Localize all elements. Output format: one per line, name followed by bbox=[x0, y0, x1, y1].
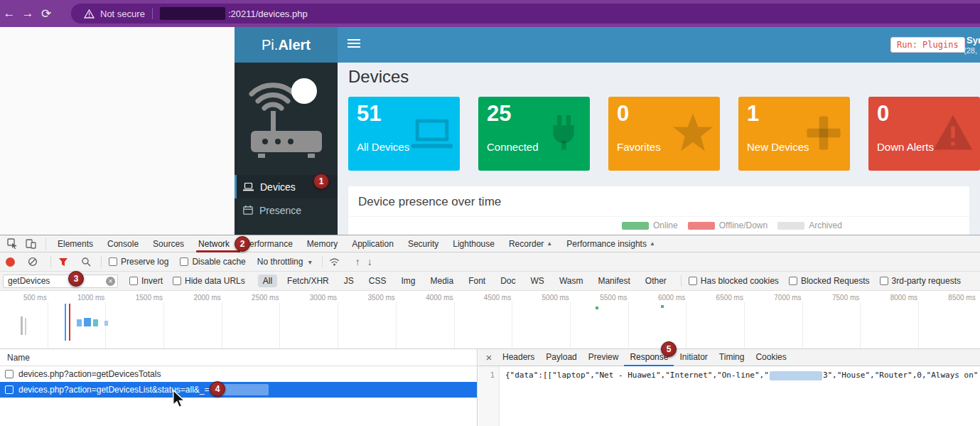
sidebar-item-label: Devices bbox=[260, 181, 296, 193]
annotation-step-5: 5 bbox=[661, 341, 677, 357]
network-overview-timeline[interactable]: 500 ms1000 ms1500 ms2000 ms2500 ms3000 m… bbox=[0, 291, 980, 349]
tab-lighthouse[interactable]: Lighthouse bbox=[446, 235, 502, 252]
filter-pill-doc[interactable]: Doc bbox=[495, 275, 520, 287]
tab-security[interactable]: Security bbox=[401, 235, 446, 252]
filter-pill-ws[interactable]: WS bbox=[526, 275, 549, 287]
divider bbox=[101, 256, 102, 267]
legend-swatch bbox=[622, 222, 649, 230]
sidebar-item-presence[interactable]: Presence bbox=[235, 198, 338, 222]
name-column-header[interactable]: Name bbox=[0, 349, 477, 366]
invert-checkbox[interactable]: Invert bbox=[129, 276, 163, 286]
network-filterbar: × Invert Hide data URLs All Fetch/XHR JS… bbox=[0, 272, 980, 291]
calendar-icon bbox=[243, 206, 253, 215]
legend-item-offline[interactable]: Offline/Down bbox=[688, 220, 768, 230]
card-favorites[interactable]: 0 Favorites bbox=[608, 97, 720, 171]
sidebar-toggle-icon[interactable] bbox=[348, 39, 360, 50]
clear-icon[interactable] bbox=[25, 255, 41, 268]
network-request-grid: Name devices.php?action=getDevicesTotals… bbox=[0, 349, 980, 426]
import-har-icon[interactable]: ↑ bbox=[355, 256, 360, 267]
sidebar: Pi.Alert Devices bbox=[235, 27, 338, 235]
detail-tab-timing[interactable]: Timing bbox=[714, 349, 750, 366]
tab-recorder[interactable]: Recorder ▲ bbox=[502, 235, 559, 252]
back-icon[interactable]: ← bbox=[0, 6, 18, 21]
page-viewport: Pi.Alert Devices bbox=[0, 27, 980, 235]
filter-pill-manifest[interactable]: Manifest bbox=[593, 275, 635, 287]
card-connected[interactable]: 25 Connected bbox=[478, 97, 590, 171]
filter-pill-css[interactable]: CSS bbox=[364, 275, 392, 287]
legend-item-archived[interactable]: Archived bbox=[777, 220, 842, 230]
disable-cache-checkbox[interactable]: Disable cache bbox=[180, 257, 245, 267]
has-blocked-cookies-checkbox[interactable]: Has blocked cookies bbox=[689, 276, 779, 286]
tab-memory[interactable]: Memory bbox=[300, 235, 345, 252]
card-value: 25 bbox=[487, 101, 511, 127]
forward-icon[interactable]: → bbox=[18, 6, 37, 21]
tab-application[interactable]: Application bbox=[345, 235, 401, 252]
request-row[interactable]: devices.php?action=getDevicesTotals bbox=[0, 366, 477, 382]
timeline-labels: 500 ms1000 ms1500 ms2000 ms2500 ms3000 m… bbox=[0, 291, 980, 302]
filter-icon[interactable] bbox=[55, 255, 71, 268]
checkbox bbox=[689, 277, 697, 285]
filter-pill-font[interactable]: Font bbox=[463, 275, 490, 287]
card-new-devices[interactable]: 1 New Devices bbox=[738, 97, 850, 171]
tab-elements[interactable]: Elements bbox=[50, 235, 100, 252]
filter-pill-other[interactable]: Other bbox=[640, 275, 672, 287]
filter-pill-all[interactable]: All bbox=[258, 275, 277, 287]
detail-tab-payload[interactable]: Payload bbox=[540, 349, 582, 366]
hide-data-urls-checkbox[interactable]: Hide data URLs bbox=[173, 276, 245, 286]
request-checkbox[interactable] bbox=[5, 385, 14, 394]
device-toolbar-icon[interactable] bbox=[23, 238, 38, 250]
throttling-select[interactable]: No throttling ▾ bbox=[257, 257, 312, 267]
filter-pill-fetch-xhr[interactable]: Fetch/XHR bbox=[282, 275, 334, 287]
filter-input[interactable] bbox=[3, 275, 118, 288]
inspect-element-icon[interactable] bbox=[4, 238, 20, 250]
clear-filter-icon[interactable]: × bbox=[106, 277, 115, 286]
tab-console[interactable]: Console bbox=[100, 235, 146, 252]
filter-pill-media[interactable]: Media bbox=[425, 275, 458, 287]
close-icon[interactable]: × bbox=[483, 351, 495, 363]
third-party-requests-checkbox[interactable]: 3rd-party requests bbox=[880, 276, 961, 286]
network-toolbar: Preserve log Disable cache No throttling… bbox=[0, 252, 980, 272]
detail-tab-initiator[interactable]: Initiator bbox=[674, 349, 713, 366]
filter-pill-wasm[interactable]: Wasm bbox=[554, 275, 588, 287]
card-down-alerts[interactable]: 0 Down Alerts bbox=[868, 97, 980, 171]
blocked-requests-checkbox[interactable]: Blocked Requests bbox=[789, 276, 870, 286]
tab-performance-insights[interactable]: Performance insights ▲ bbox=[559, 235, 662, 252]
filter-pill-js[interactable]: JS bbox=[339, 275, 359, 287]
waterfall-bar bbox=[93, 319, 98, 326]
response-viewer[interactable]: 1 {"data":[["laptop","Net - Huawei","Int… bbox=[478, 366, 980, 426]
checkbox-label: Disable cache bbox=[192, 257, 245, 267]
checkbox-label: Blocked Requests bbox=[801, 276, 870, 286]
redacted-host bbox=[160, 7, 225, 20]
export-har-icon[interactable]: ↓ bbox=[367, 256, 372, 267]
detail-tab-cookies[interactable]: Cookies bbox=[750, 349, 792, 366]
run-plugins-button[interactable]: Run: Plugins bbox=[890, 37, 965, 53]
waterfall-bar bbox=[104, 321, 108, 326]
request-row-selected[interactable]: devices.php?action=getDevicesList&status… bbox=[0, 382, 477, 398]
card-all-devices[interactable]: 51 All Devices bbox=[348, 97, 460, 171]
devtools-panel: Elements Console Sources Network Perform… bbox=[0, 235, 980, 426]
legend-item-online[interactable]: Online bbox=[622, 220, 678, 230]
legend-label: Online bbox=[653, 220, 678, 230]
filter-pill-img[interactable]: Img bbox=[396, 275, 420, 287]
legend-swatch bbox=[777, 222, 804, 230]
network-conditions-icon[interactable] bbox=[327, 255, 343, 268]
detail-tab-headers[interactable]: Headers bbox=[497, 349, 540, 366]
preserve-log-checkbox[interactable]: Preserve log bbox=[109, 257, 168, 267]
user-name[interactable]: Sym bbox=[966, 35, 980, 46]
annotation-step-4: 4 bbox=[210, 381, 225, 397]
checkbox-label: Has blocked cookies bbox=[701, 276, 779, 286]
annotation-step-1: 1 bbox=[313, 174, 329, 189]
tab-network[interactable]: Network bbox=[191, 235, 237, 252]
legend-label: Offline/Down bbox=[719, 220, 768, 230]
record-button[interactable] bbox=[6, 257, 15, 267]
main-content: Devices 51 All Devices 25 Connected 0 Fa… bbox=[338, 63, 980, 235]
search-icon[interactable] bbox=[78, 255, 94, 268]
card-label: Down Alerts bbox=[877, 141, 934, 153]
refresh-icon[interactable]: ⟳ bbox=[37, 6, 55, 21]
app-logo[interactable]: Pi.Alert bbox=[235, 27, 338, 63]
request-checkbox[interactable] bbox=[5, 370, 14, 378]
address-bar[interactable]: Not secure :20211/devices.php bbox=[71, 4, 980, 23]
tab-sources[interactable]: Sources bbox=[146, 235, 191, 252]
detail-tab-preview[interactable]: Preview bbox=[583, 349, 625, 366]
card-value: 0 bbox=[617, 101, 629, 127]
